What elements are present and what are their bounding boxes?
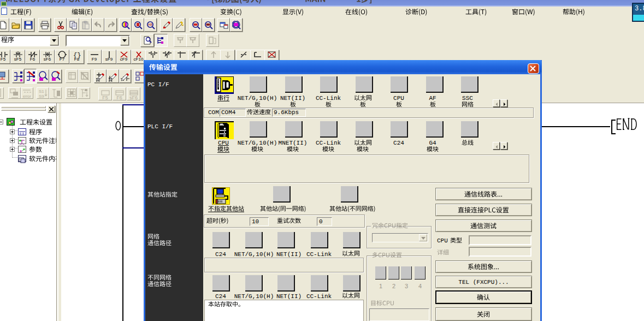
svg-text:S9: S9 <box>39 94 44 99</box>
svg-text:S1: S1 <box>39 89 44 94</box>
svg-text:AB: AB <box>148 23 152 26</box>
svg-text:error: error <box>23 94 31 98</box>
